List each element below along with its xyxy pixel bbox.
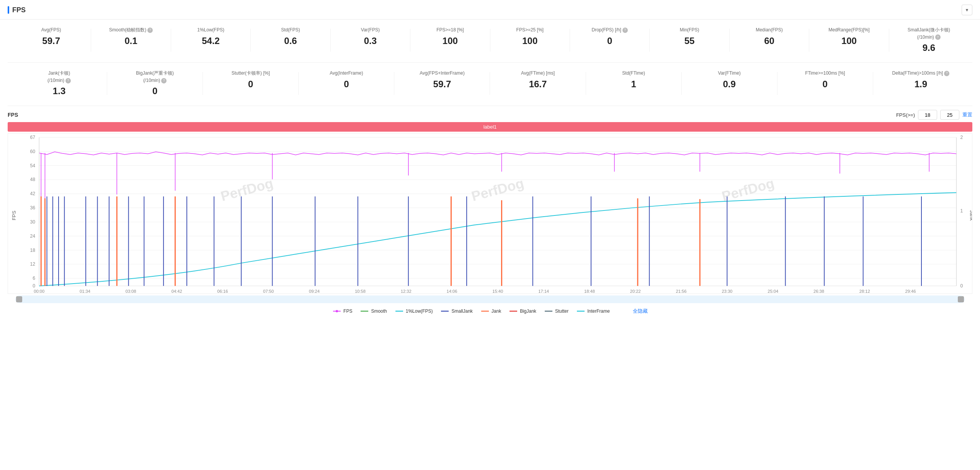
legend-smooth-label: Smooth xyxy=(371,308,387,314)
smooth-info-icon[interactable]: ? xyxy=(147,28,153,33)
metric-bigjank: BigJank(严重卡顿) (/10min)? 0 xyxy=(107,68,203,99)
section-header: FPS ▼ xyxy=(0,0,980,20)
legend-interframe-label: InterFrame xyxy=(587,308,610,314)
metric-std-fps-label: Std(FPS) xyxy=(254,27,327,33)
svg-text:07:50: 07:50 xyxy=(263,289,274,294)
metric-fps18-label: FPS>=18 [%] xyxy=(413,27,487,33)
metric-medrange-fps-label: MedRange(FPS)[%] xyxy=(812,27,885,33)
chart-scrollbar[interactable] xyxy=(15,295,965,303)
svg-text:FPS: FPS xyxy=(11,211,17,220)
svg-text:1: 1 xyxy=(960,208,963,214)
svg-text:0: 0 xyxy=(33,284,35,289)
svg-text:12: 12 xyxy=(30,262,36,267)
svg-text:28:12: 28:12 xyxy=(859,289,870,294)
legend-jank-icon xyxy=(480,309,490,313)
scrollbar-right-handle[interactable] xyxy=(958,296,964,302)
metrics-row-1: Avg(FPS) 59.7 Smooth(稳帧指数) ? 0.1 1%Low(F… xyxy=(11,25,969,55)
svg-text:12:32: 12:32 xyxy=(401,289,412,294)
metric-std-fps: Std(FPS) 0.6 xyxy=(251,25,330,49)
fps25-input[interactable] xyxy=(940,110,959,120)
metric-fps18-value: 100 xyxy=(413,36,487,46)
metric-drop-fps-label: Drop(FPS) [/h] ? xyxy=(573,27,646,33)
section-title-area: FPS xyxy=(8,6,26,14)
svg-text:Jank: Jank xyxy=(969,211,972,221)
metric-smalljank-label: SmallJank(微小卡顿) (/10min)? xyxy=(892,27,965,40)
svg-text:30: 30 xyxy=(30,219,36,225)
main-container: FPS ▼ Avg(FPS) 59.7 Smooth(稳帧指数) ? 0.1 1… xyxy=(0,0,980,470)
legend-1low-fps: 1%Low(FPS) xyxy=(395,308,433,314)
svg-text:00:00: 00:00 xyxy=(34,289,44,294)
metric-avg-fps-value: 59.7 xyxy=(15,36,88,46)
svg-text:04:42: 04:42 xyxy=(172,289,182,294)
svg-text:06:16: 06:16 xyxy=(217,289,228,294)
legend-smooth-icon xyxy=(360,309,369,313)
svg-text:26:38: 26:38 xyxy=(813,289,824,294)
legend-fps-label: FPS xyxy=(343,308,352,314)
metric-var-fps-value: 0.3 xyxy=(334,36,407,46)
legend-stutter: Stutter xyxy=(544,308,568,314)
chevron-down-icon: ▼ xyxy=(965,8,969,12)
svg-text:15:40: 15:40 xyxy=(492,289,503,294)
collapse-button[interactable]: ▼ xyxy=(962,5,972,15)
metric-bigjank-value: 0 xyxy=(110,86,199,96)
metric-var-ftime-label: Var(FTime) xyxy=(685,70,774,77)
svg-text:24: 24 xyxy=(30,233,36,239)
metrics-section-2: Jank(卡顿) (/10min)? 1.3 BigJank(严重卡顿) (/1… xyxy=(0,63,980,106)
metric-avg-ftime-label: Avg(FTime) [ms] xyxy=(493,70,582,77)
metric-median-fps-label: Median(FPS) xyxy=(733,27,806,33)
fps-threshold-label: FPS(>=) xyxy=(896,112,915,118)
legend-jank: Jank xyxy=(480,308,501,314)
metric-fps25: FPS>=25 [%] 100 xyxy=(490,25,570,49)
metric-medrange-fps: MedRange(FPS)[%] 100 xyxy=(809,25,889,49)
reset-button[interactable]: 重置 xyxy=(962,111,972,118)
metrics-section-1: Avg(FPS) 59.7 Smooth(稳帧指数) ? 0.1 1%Low(F… xyxy=(0,20,980,62)
legend-smalljank-icon xyxy=(440,309,449,313)
legend-fps-icon xyxy=(332,309,341,313)
metric-std-ftime-value: 1 xyxy=(589,79,678,90)
svg-text:0: 0 xyxy=(960,284,963,289)
fps18-input[interactable] xyxy=(918,110,937,120)
metric-smooth: Smooth(稳帧指数) ? 0.1 xyxy=(91,25,170,49)
metric-fps25-label: FPS>=25 [%] xyxy=(493,27,567,33)
svg-text:42: 42 xyxy=(30,191,36,197)
delta-ftime-info-icon[interactable]: ? xyxy=(944,71,949,76)
scrollbar-left-handle[interactable] xyxy=(16,296,22,302)
chart-legend: FPS Smooth 1%Low(FPS) SmallJank xyxy=(8,305,972,318)
fps-threshold-controls: FPS(>=) 重置 xyxy=(896,110,972,120)
metric-avg-ftime-value: 16.7 xyxy=(493,79,582,90)
svg-text:09:24: 09:24 xyxy=(309,289,320,294)
metric-delta-ftime-value: 1.9 xyxy=(876,79,965,90)
svg-text:25:04: 25:04 xyxy=(768,289,778,294)
metric-min-fps-value: 55 xyxy=(653,36,726,46)
legend-stutter-icon xyxy=(544,309,553,313)
svg-text:60: 60 xyxy=(30,149,36,154)
svg-text:54: 54 xyxy=(30,163,36,168)
show-all-button[interactable]: 全隐藏 xyxy=(633,308,648,315)
drop-fps-info-icon[interactable]: ? xyxy=(622,28,628,33)
legend-1low-fps-icon xyxy=(395,309,404,313)
chart-area: label1 PerfDog PerfDog PerfDog xyxy=(8,122,972,318)
legend-interframe: InterFrame xyxy=(576,308,610,314)
legend-smooth: Smooth xyxy=(360,308,387,314)
metric-jank-label: Jank(卡顿) (/10min)? xyxy=(15,70,104,83)
svg-text:01:34: 01:34 xyxy=(80,289,90,294)
metric-delta-ftime: Delta(FTime)>100ms [/h] ? 1.9 xyxy=(873,68,969,92)
bigjank-info-icon[interactable]: ? xyxy=(161,78,167,83)
svg-text:20:22: 20:22 xyxy=(630,289,641,294)
metric-var-fps: Var(FPS) 0.3 xyxy=(331,25,410,49)
metric-min-fps: Min(FPS) 55 xyxy=(650,25,729,49)
chart-wrapper[interactable]: PerfDog PerfDog PerfDog 67 60 xyxy=(8,133,972,294)
jank-info-icon[interactable]: ? xyxy=(65,78,71,83)
metric-smooth-label: Smooth(稳帧指数) ? xyxy=(94,27,167,33)
smalljank-info-icon[interactable]: ? xyxy=(935,34,941,40)
label-bar: label1 xyxy=(8,122,972,132)
metric-delta-ftime-label: Delta(FTime)>100ms [/h] ? xyxy=(876,70,965,77)
metric-fps25-value: 100 xyxy=(493,36,567,46)
chart-title: FPS xyxy=(8,112,18,118)
legend-bigjank-icon xyxy=(509,309,518,313)
svg-text:67: 67 xyxy=(30,135,36,140)
metric-bigjank-label: BigJank(严重卡顿) (/10min)? xyxy=(110,70,199,83)
legend-stutter-label: Stutter xyxy=(555,308,568,314)
metric-1low-fps: 1%Low(FPS) 54.2 xyxy=(171,25,250,49)
svg-text:29:46: 29:46 xyxy=(905,289,916,294)
